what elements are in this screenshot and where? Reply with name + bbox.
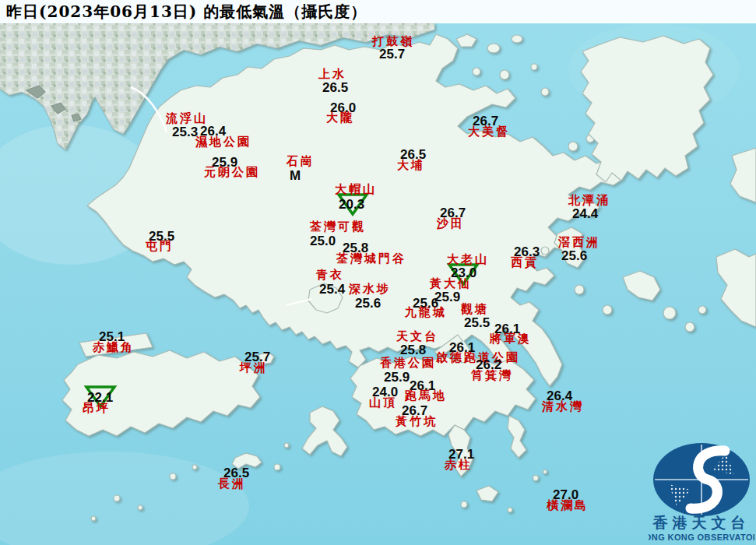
station-name: 山頂 [369,397,397,409]
station-name: 大帽山 [335,184,377,195]
station-value: 25.8 [400,343,426,357]
hko-logo-english: HONG KONG OBSERVATORY [649,533,754,542]
station-name: 屯門 [146,241,174,252]
station-name: 濕地公園 [195,136,251,148]
station-name: 青衣 [316,269,344,281]
station-name: 大美督 [468,126,510,138]
hko-logo-chinese: 香港天文台 [652,514,751,531]
station-value: 25.6 [355,297,381,310]
hko-min-temp-map: 昨日(2023年06月13日) 的最低氣溫（攝氏度） 25.7打鼓嶺26.5上水… [0,0,756,545]
station-name: 長洲 [218,478,246,490]
station-value: 25.3 [172,125,198,139]
station-name: 西貢 [511,257,539,269]
station-value: 25.0 [310,234,336,248]
station-name: 滘西洲 [558,237,600,248]
station-value: 25.9 [384,371,410,384]
station-name: 打鼓嶺 [372,36,414,47]
station-name: 大老山 [447,254,489,265]
station-name: 石崗 [287,156,315,167]
station-name: 跑馬地 [405,390,447,402]
station-name: 筲箕灣 [471,370,513,382]
station-name: 香港公園 [380,357,436,369]
station-name: 九龍城 [405,307,447,318]
station-name: 清水灣 [542,401,584,413]
station-value: M [290,169,301,182]
hko-logo: 香港天文台 HONG KONG OBSERVATORY [649,441,754,543]
station-name: 荃灣可觀 [310,221,366,233]
station-value: 25.6 [561,249,587,262]
station-name: 坪洲 [240,362,268,374]
station-name: 天文台 [396,331,438,343]
station-name: 北潭涌 [568,195,610,206]
station-name: 赤鱲角 [93,342,135,353]
station-name: 黃大仙 [430,278,472,290]
station-name: 大埔 [397,160,425,171]
station-value: 25.7 [379,47,405,61]
station-name: 上水 [318,69,346,80]
station-name: 沙田 [437,218,465,230]
station-name: 元朗公園 [204,167,260,178]
station-name: 荃灣城門谷 [336,253,406,265]
station-name: 橫瀾島 [547,500,589,512]
stations-layer: 25.7打鼓嶺26.5上水26.0大隴25.3流浮山26.4濕地公園25.9元朗… [0,0,756,545]
station-name: 流浮山 [166,113,208,125]
station-name: 大隴 [326,112,354,124]
station-value: 25.4 [319,283,345,296]
station-value: 25.5 [464,316,490,329]
station-name: 昂坪 [83,403,111,414]
station-name: 深水埗 [349,283,391,295]
station-name: 將軍澳 [490,333,532,345]
station-value: 24.4 [572,207,598,220]
station-value: 20.3 [339,198,364,211]
station-value: 26.5 [322,81,348,94]
station-name: 黃竹坑 [396,416,438,427]
station-name: 赤柱 [445,459,473,471]
station-name: 觀塘 [461,304,489,315]
